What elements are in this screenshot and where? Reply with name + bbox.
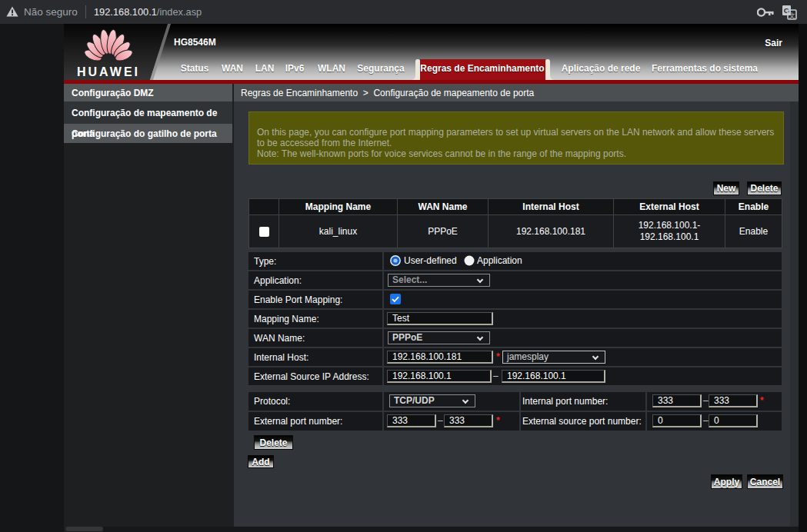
svg-text:HUAWEI: HUAWEI	[77, 65, 140, 78]
svg-text:文: 文	[789, 12, 795, 19]
